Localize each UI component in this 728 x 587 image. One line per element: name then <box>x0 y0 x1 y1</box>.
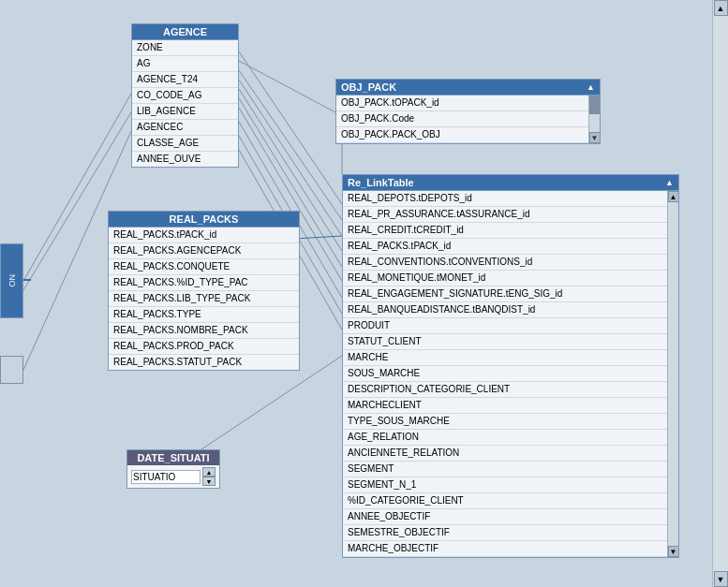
table-row: LIB_AGENCE <box>132 104 238 120</box>
agence-table-header: AGENCE <box>132 24 238 40</box>
table-row: AG <box>132 56 238 72</box>
table-row: AGE_RELATION <box>343 430 678 446</box>
svg-line-10 <box>295 236 342 239</box>
spinner-buttons[interactable]: ▲ ▼ <box>202 467 215 486</box>
table-row: ANNEE_OBJECTIF <box>343 509 678 525</box>
date-situati-header: DATE_SITUATI <box>127 450 219 465</box>
table-row: PRODUIT <box>343 318 678 334</box>
left-panel-label: ON <box>7 274 17 287</box>
spinner-value: SITUATIO <box>131 470 201 484</box>
left-stub <box>0 356 23 384</box>
scroll-down-button[interactable]: ▼ <box>714 571 728 587</box>
table-row: %ID_CATEGORIE_CLIENT <box>343 493 678 509</box>
table-row: REAL_PACKS.LIB_TYPE_PACK <box>109 291 299 307</box>
table-row: REAL_PACKS.tPACK_id <box>109 227 299 243</box>
table-row: DESCRIPTION_CATEGORIE_CLIENT <box>343 382 678 398</box>
table-row: REAL_CONVENTIONS.tCONVENTIONS_id <box>343 255 678 271</box>
obj-pack-body: OBJ_PACK.tOPACK_id OBJ_PACK.Code OBJ_PAC… <box>336 95 600 143</box>
table-row: REAL_BANQUEADISTANCE.tBANQDIST_id <box>343 302 678 318</box>
table-row: ANNEE_OUVE <box>132 152 238 167</box>
real-packs-table: REAL_PACKS REAL_PACKS.tPACK_id REAL_PACK… <box>108 211 300 371</box>
obj-pack-table: OBJ_PACK ▲ OBJ_PACK.tOPACK_id OBJ_PACK.C… <box>335 79 601 144</box>
scroll-track <box>714 16 728 571</box>
table-row: REAL_CREDIT.tCREDIT_id <box>343 223 678 239</box>
table-row: SEMESTRE_OBJECTIF <box>343 525 678 541</box>
canvas: ON AGENCE ZONE AG AGENCE_T24 CO_CODE_AG … <box>0 0 707 587</box>
svg-line-1 <box>239 51 342 204</box>
table-row: MARCHECLIENT <box>343 398 678 414</box>
table-row: REAL_ENGAGEMENT_SIGNATURE.tENG_SIG_id <box>343 286 678 302</box>
table-row: OBJ_PACK.Code <box>336 111 600 127</box>
table-row: REAL_PACKS.CONQUETE <box>109 259 299 275</box>
spinner-up-btn[interactable]: ▲ <box>202 467 215 477</box>
table-row: REAL_DEPOTS.tDEPOTS_id <box>343 191 678 207</box>
table-row: REAL_PACKS.tPACK_id <box>343 239 678 255</box>
table-row: OBJ_PACK.tOPACK_id <box>336 95 600 111</box>
table-row: STATUT_CLIENT <box>343 334 678 350</box>
re-link-table: Re_LinkTable ▲ REAL_DEPOTS.tDEPOTS_id RE… <box>342 174 679 558</box>
scrollbar-thumb <box>589 95 601 114</box>
left-panel: ON <box>0 243 23 318</box>
table-row: AGENCE_T24 <box>132 72 238 88</box>
table-row: ANCIENNETE_RELATION <box>343 446 678 462</box>
svg-line-0 <box>239 61 335 112</box>
scroll-up-btn[interactable]: ▲ <box>665 178 674 187</box>
date-situati-table: DATE_SITUATI SITUATIO ▲ ▼ <box>126 449 220 489</box>
scroll-down-btn[interactable]: ▼ <box>589 132 601 143</box>
table-row: CLASSE_AGE <box>132 136 238 152</box>
table-row: REAL_PACKS.%ID_TYPE_PAC <box>109 275 299 291</box>
svg-line-2 <box>239 70 342 220</box>
obj-pack-header: OBJ_PACK ▲ <box>336 80 600 95</box>
sb-down-btn[interactable]: ▼ <box>668 546 679 557</box>
table-row: SOUS_MARCHE <box>343 366 678 382</box>
re-link-scrollbar[interactable]: ▲ ▼ <box>667 191 678 557</box>
table-row: MARCHE_OBJECTIF <box>343 541 678 557</box>
re-link-header: Re_LinkTable ▲ <box>343 175 678 191</box>
agence-table: AGENCE ZONE AG AGENCE_T24 CO_CODE_AG LIB… <box>131 23 239 168</box>
table-row: REAL_PACKS.NOMBRE_PACK <box>109 323 299 339</box>
spinner-row: SITUATIO ▲ ▼ <box>127 465 219 488</box>
table-row: REAL_PR_ASSURANCE.tASSURANCE_id <box>343 207 678 223</box>
table-row: CO_CODE_AG <box>132 88 238 104</box>
main-scrollbar[interactable]: ▲ ▼ <box>712 0 728 587</box>
table-row: REAL_PACKS.STATUT_PACK <box>109 355 299 370</box>
spinner-down-btn[interactable]: ▼ <box>202 477 215 486</box>
table-row: MARCHE <box>343 350 678 366</box>
obj-pack-scrollbar[interactable]: ▼ <box>588 95 600 143</box>
table-row: REAL_PACKS.TYPE <box>109 307 299 323</box>
scroll-up-button[interactable]: ▲ <box>714 0 728 16</box>
table-row: TYPE_SOUS_MARCHE <box>343 414 678 430</box>
re-link-body: REAL_DEPOTS.tDEPOTS_id REAL_PR_ASSURANCE… <box>343 191 678 557</box>
table-row: REAL_MONETIQUE.tMONET_id <box>343 271 678 286</box>
table-row: ZONE <box>132 40 238 56</box>
real-packs-header: REAL_PACKS <box>109 212 299 227</box>
table-row: REAL_PACKS.PROD_PACK <box>109 339 299 355</box>
scroll-up-icon[interactable]: ▲ <box>587 82 595 92</box>
table-row: AGENCEC <box>132 120 238 136</box>
svg-line-15 <box>187 356 342 459</box>
table-row: SEGMENT_N_1 <box>343 477 678 493</box>
sb-up-btn[interactable]: ▲ <box>668 191 679 202</box>
table-row: OBJ_PACK.PACK_OBJ <box>336 127 600 143</box>
table-row: SEGMENT <box>343 462 678 477</box>
left-panel-connector <box>23 279 31 281</box>
table-row: REAL_PACKS.AGENCEPACK <box>109 243 299 259</box>
